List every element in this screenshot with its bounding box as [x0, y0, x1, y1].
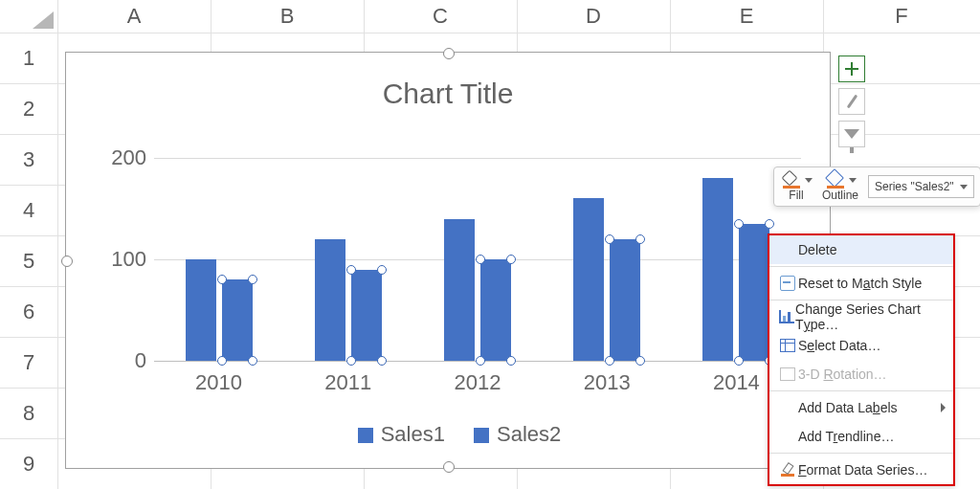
chevron-down-icon	[805, 178, 813, 183]
x-tick-label: 2012	[455, 370, 501, 395]
bar-sales2-2010[interactable]	[222, 279, 253, 361]
chart-filters-button[interactable]	[838, 121, 865, 147]
select-data-icon	[780, 339, 795, 352]
bar-sales2-2011[interactable]	[351, 270, 382, 361]
format-icon	[781, 463, 794, 477]
chart-legend[interactable]: Sales1 Sales2	[66, 422, 830, 447]
bar-sales1-2014[interactable]	[702, 178, 733, 361]
y-tick-label: 0	[100, 348, 146, 373]
row-header-4[interactable]: 4	[0, 185, 57, 235]
menu-format-series-label: Format Data Series…	[798, 462, 927, 478]
menu-3d-rotation: 3-D Rotation…	[769, 360, 953, 389]
series-context-menu: Delete Reset to Match Style Change Serie…	[768, 233, 955, 486]
row-header-1[interactable]: 1	[0, 33, 57, 83]
outline-label: Outline	[822, 189, 858, 202]
chart-resize-handle[interactable]	[61, 256, 73, 267]
y-gridline	[154, 158, 801, 159]
menu-separator	[769, 390, 953, 391]
col-header-C[interactable]: C	[364, 0, 517, 33]
menu-add-trendline[interactable]: Add Trendline…	[769, 422, 953, 451]
embedded-chart[interactable]: Chart Title 010020020102011201220132014 …	[65, 52, 831, 469]
menu-separator	[769, 300, 953, 300]
bar-sales2-2014[interactable]	[739, 224, 769, 361]
bar-sales2-2013[interactable]	[610, 239, 640, 361]
menu-change-chart-type[interactable]: Change Series Chart Type…	[769, 302, 953, 331]
menu-reset-style[interactable]: Reset to Match Style	[769, 269, 953, 298]
menu-add-trendline-label: Add Trendline…	[798, 429, 894, 444]
chart-resize-handle[interactable]	[443, 48, 455, 59]
chart-side-buttons	[838, 56, 865, 153]
legend-swatch-sales1	[358, 428, 373, 443]
x-tick-label: 2014	[713, 370, 760, 395]
bar-sales1-2013[interactable]	[573, 198, 604, 361]
plus-icon	[844, 61, 859, 77]
bar-sales2-2012[interactable]	[480, 259, 511, 361]
menu-reset-label: Reset to Match Style	[798, 276, 922, 291]
legend-label-sales1: Sales1	[381, 422, 445, 446]
paint-bucket-icon	[781, 171, 802, 189]
menu-format-data-series[interactable]: Format Data Series…	[769, 456, 953, 484]
funnel-icon	[844, 129, 859, 139]
x-tick-label: 2010	[195, 370, 242, 395]
bar-sales1-2010[interactable]	[186, 259, 216, 361]
chart-resize-handle[interactable]	[443, 461, 455, 473]
menu-select-data[interactable]: Select Data…	[769, 331, 953, 360]
series-selector-value: Series "Sales2"	[875, 180, 954, 193]
y-tick-label: 200	[100, 145, 146, 170]
menu-select-data-label: Select Data…	[798, 338, 880, 353]
row-header-5[interactable]: 5	[0, 235, 57, 286]
menu-delete-label: Delete	[798, 242, 836, 257]
fill-label: Fill	[789, 189, 803, 202]
menu-add-labels-label: Add Data Labels	[798, 400, 898, 415]
col-header-E[interactable]: E	[670, 0, 823, 33]
menu-delete[interactable]: Delete	[769, 235, 953, 264]
row-header-2[interactable]: 2	[0, 83, 57, 134]
plot-area[interactable]: 010020020102011201220132014	[154, 158, 801, 361]
chart-title[interactable]: Chart Title	[66, 78, 830, 110]
row-header-6[interactable]: 6	[0, 286, 57, 337]
chart-type-icon	[779, 310, 794, 323]
y-tick-label: 100	[100, 247, 146, 272]
menu-separator	[769, 453, 953, 454]
chart-styles-button[interactable]	[838, 88, 865, 115]
mini-toolbar: Fill Outline Series "Sales2"	[773, 167, 980, 207]
col-header-F[interactable]: F	[823, 0, 980, 33]
menu-separator	[769, 266, 953, 267]
series-selector[interactable]: Series "Sales2"	[868, 175, 974, 198]
cube-icon	[780, 367, 795, 381]
row-header-9[interactable]: 9	[0, 438, 57, 489]
chart-elements-button[interactable]	[838, 56, 865, 82]
brush-icon	[846, 95, 858, 109]
x-tick-label: 2011	[324, 370, 371, 395]
menu-add-data-labels[interactable]: Add Data Labels	[769, 393, 953, 422]
col-header-A[interactable]: A	[57, 0, 211, 33]
legend-label-sales2: Sales2	[497, 422, 561, 446]
row-header-3[interactable]: 3	[0, 134, 57, 185]
select-all-cell[interactable]	[0, 0, 57, 33]
legend-swatch-sales2	[474, 428, 489, 443]
col-header-B[interactable]: B	[211, 0, 364, 33]
reset-icon	[780, 276, 795, 291]
row-header-7[interactable]: 7	[0, 337, 57, 388]
x-tick-label: 2013	[584, 370, 631, 395]
menu-change-type-label: Change Series Chart Type…	[795, 301, 944, 332]
menu-3d-label: 3-D Rotation…	[798, 367, 887, 382]
pencil-icon	[825, 171, 846, 189]
chevron-down-icon	[849, 178, 857, 183]
col-header-D[interactable]: D	[517, 0, 670, 33]
bar-sales1-2011[interactable]	[315, 239, 345, 361]
bar-sales1-2012[interactable]	[444, 219, 475, 361]
fill-color-button[interactable]: Fill	[780, 171, 813, 202]
outline-color-button[interactable]: Outline	[822, 171, 858, 202]
row-header-8[interactable]: 8	[0, 388, 57, 438]
submenu-arrow-icon	[941, 403, 946, 412]
